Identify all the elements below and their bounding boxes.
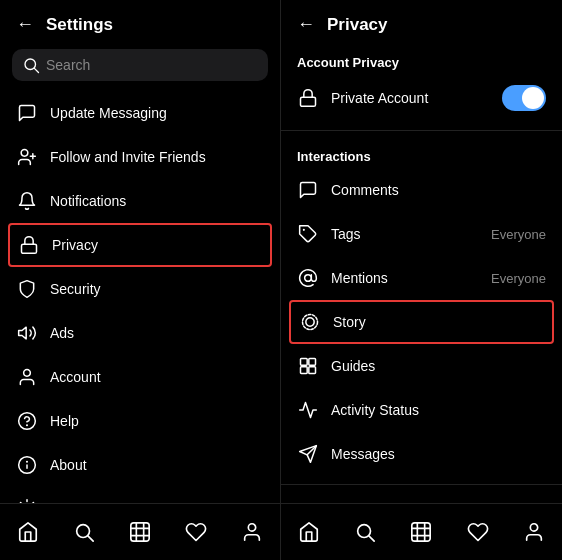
nav-search-right[interactable] (347, 514, 383, 550)
privacy-panel: ← Privacy Account Privacy Private Accoun… (281, 0, 562, 560)
megaphone-icon (16, 322, 38, 344)
svg-rect-5 (22, 244, 37, 253)
svg-line-1 (34, 68, 38, 72)
menu-item-guides[interactable]: Guides (281, 344, 562, 388)
menu-label-security: Security (50, 281, 101, 297)
menu-item-notifications[interactable]: Notifications (0, 179, 280, 223)
svg-point-47 (530, 524, 537, 531)
svg-point-29 (303, 315, 318, 330)
menu-item-security[interactable]: Security (0, 267, 280, 311)
search-icon (22, 56, 40, 74)
menu-label-notifications: Notifications (50, 193, 126, 209)
settings-header: ← Settings (0, 0, 280, 45)
nav-heart-right[interactable] (460, 514, 496, 550)
person-add-icon (16, 146, 38, 168)
nav-home-right[interactable] (291, 514, 327, 550)
message-icon (16, 102, 38, 124)
svg-line-45 (369, 536, 374, 541)
settings-back-button[interactable]: ← (16, 14, 34, 35)
nav-reels-right[interactable] (403, 514, 439, 550)
private-account-toggle[interactable] (502, 85, 546, 111)
svg-point-25 (248, 524, 255, 531)
tag-icon (297, 223, 319, 245)
menu-item-ads[interactable]: Ads (0, 311, 280, 355)
menu-item-private-account[interactable]: Private Account (281, 74, 562, 122)
svg-rect-46 (412, 523, 430, 541)
menu-label-ads: Ads (50, 325, 74, 341)
help-icon (16, 410, 38, 432)
menu-label-privacy: Privacy (52, 237, 98, 253)
svg-rect-24 (131, 523, 149, 541)
section-header-interactions: Interactions (281, 139, 562, 168)
svg-rect-34 (309, 367, 316, 374)
menu-item-tags[interactable]: Tags Everyone (281, 212, 562, 256)
svg-point-7 (24, 370, 31, 377)
menu-item-account[interactable]: Account (0, 355, 280, 399)
menu-label-account: Account (50, 369, 101, 385)
nav-profile-right[interactable] (516, 514, 552, 550)
search-placeholder-text: Search (46, 57, 90, 73)
nav-search-left[interactable] (66, 514, 102, 550)
divider-interactions (281, 130, 562, 131)
paper-plane-icon (297, 443, 319, 465)
privacy-header: ← Privacy (281, 0, 562, 45)
activity-icon (297, 399, 319, 421)
mentions-value: Everyone (491, 271, 546, 286)
menu-item-activity-status[interactable]: Activity Status (281, 388, 562, 432)
shield-icon (16, 278, 38, 300)
menu-label-tags: Tags (331, 226, 361, 242)
menu-label-help: Help (50, 413, 79, 429)
bottom-nav-right (281, 503, 562, 560)
privacy-title: Privacy (327, 15, 388, 35)
menu-label-mentions: Mentions (331, 270, 388, 286)
svg-rect-31 (301, 359, 308, 366)
toggle-knob (522, 87, 544, 109)
menu-item-update-messaging[interactable]: Update Messaging (0, 91, 280, 135)
svg-point-2 (21, 150, 28, 157)
menu-label-follow-invite: Follow and Invite Friends (50, 149, 206, 165)
privacy-back-button[interactable]: ← (297, 14, 315, 35)
comment-icon (297, 179, 319, 201)
guides-icon (297, 355, 319, 377)
menu-label-update-messaging: Update Messaging (50, 105, 167, 121)
menu-item-theme[interactable]: Theme (0, 487, 280, 503)
menu-label-about: About (50, 457, 87, 473)
svg-rect-33 (301, 367, 308, 374)
menu-label-story: Story (333, 314, 366, 330)
story-icon (299, 311, 321, 333)
person-icon (16, 366, 38, 388)
menu-item-follow-invite[interactable]: Follow and Invite Friends (0, 135, 280, 179)
menu-item-mentions[interactable]: Mentions Everyone (281, 256, 562, 300)
menu-item-comments[interactable]: Comments (281, 168, 562, 212)
menu-item-story[interactable]: Story (289, 300, 554, 344)
search-bar[interactable]: Search (12, 49, 268, 81)
menu-item-help[interactable]: Help (0, 399, 280, 443)
info-icon (16, 454, 38, 476)
nav-heart-left[interactable] (178, 514, 214, 550)
nav-reels-left[interactable] (122, 514, 158, 550)
section-header-account-privacy: Account Privacy (281, 45, 562, 74)
divider-connections (281, 484, 562, 485)
menu-label-guides: Guides (331, 358, 375, 374)
settings-panel: ← Settings Search Update Messaging Follo… (0, 0, 281, 560)
nav-profile-left[interactable] (234, 514, 270, 550)
at-icon (297, 267, 319, 289)
nav-home-left[interactable] (10, 514, 46, 550)
svg-rect-26 (301, 97, 316, 106)
menu-label-messages: Messages (331, 446, 395, 462)
theme-icon (16, 498, 38, 503)
menu-item-privacy[interactable]: Privacy (8, 223, 272, 267)
section-header-connections: Connections (281, 493, 562, 503)
tags-value: Everyone (491, 227, 546, 242)
svg-point-28 (305, 275, 312, 282)
svg-marker-6 (19, 327, 27, 339)
settings-menu-list: Update Messaging Follow and Invite Frien… (0, 91, 280, 503)
menu-item-messages[interactable]: Messages (281, 432, 562, 476)
menu-label-theme: Theme (50, 501, 94, 503)
svg-line-23 (88, 536, 93, 541)
menu-label-activity-status: Activity Status (331, 402, 419, 418)
privacy-menu-list: Account Privacy Private Account Interact… (281, 45, 562, 503)
menu-item-about[interactable]: About (0, 443, 280, 487)
svg-point-8 (19, 413, 36, 430)
bottom-nav-left (0, 503, 280, 560)
